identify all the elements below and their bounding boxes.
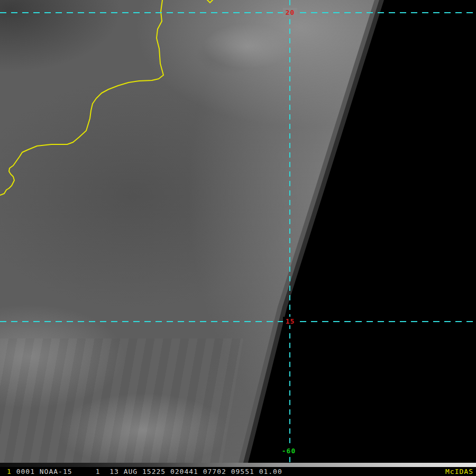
latitude-label-20: 20 (283, 8, 297, 17)
latitude-gridline-15 (0, 321, 476, 322)
longitude-gridline-60w (289, 0, 290, 467)
grayscale-calibration-strip (0, 463, 476, 467)
latitude-gridline-20 (0, 12, 476, 13)
longitude-label-60: -60 (280, 447, 298, 455)
status-bar: 1 0001 NOAA-15 1 13 AUG 15225 020441 077… (0, 467, 476, 476)
frame-number: 1 (7, 468, 12, 475)
image-readout-text: 0001 NOAA-15 1 13 AUG 15225 020441 07702… (12, 468, 282, 475)
mcidas-brand-label: McIDAS (445, 468, 473, 475)
satellite-image-canvas[interactable] (0, 0, 476, 463)
latitude-label-15: 15 (283, 317, 297, 325)
mcidas-image-window: 20 15 -60 1 0001 NOAA-15 1 13 AUG 15225 … (0, 0, 476, 476)
